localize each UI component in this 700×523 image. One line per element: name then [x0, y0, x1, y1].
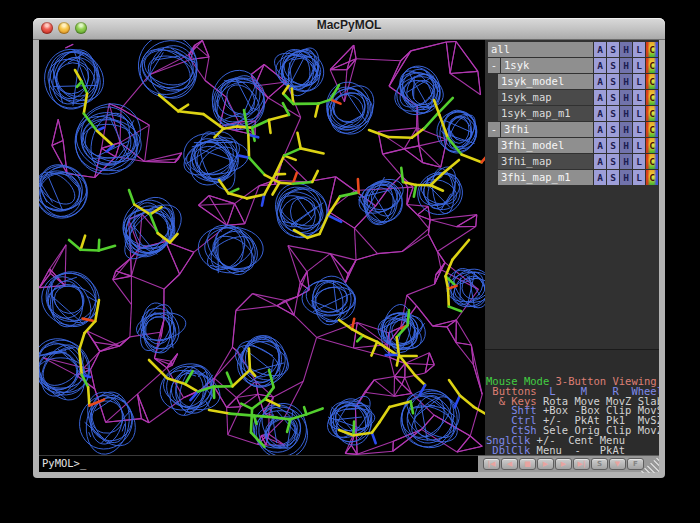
object-name[interactable]: all [488, 42, 593, 57]
object-button-S[interactable]: S [607, 106, 619, 121]
object-button-A[interactable]: A [594, 122, 606, 137]
object-row-1syk_map: 1syk_mapASHLC [488, 90, 658, 105]
object-button-A[interactable]: A [594, 90, 606, 105]
object-button-S[interactable]: S [607, 138, 619, 153]
object-button-L[interactable]: L [633, 58, 645, 73]
object-row-1syk_map_m1: 1syk_map_m1ASHLC [488, 106, 658, 121]
object-name[interactable]: 3fhi [501, 122, 593, 137]
object-button-H[interactable]: H [620, 90, 632, 105]
viewport-canvas[interactable] [39, 40, 485, 455]
text-line: DblClk Menu - PkAt [486, 446, 659, 455]
close-button[interactable] [41, 22, 53, 34]
object-button-L[interactable]: L [633, 138, 645, 153]
vcr-step-back[interactable]: ◀ [501, 458, 518, 470]
object-row-1syk: -1sykASHLC [488, 58, 658, 73]
vcr-stop[interactable]: ■ [519, 458, 536, 470]
vcr-play[interactable]: ▶ [537, 458, 554, 470]
object-button-H[interactable]: H [620, 106, 632, 121]
object-button-L[interactable]: L [633, 106, 645, 121]
object-button-A[interactable]: A [594, 138, 606, 153]
object-name[interactable]: 1syk [501, 58, 593, 73]
vcr-s-button[interactable]: S [591, 458, 608, 470]
object-button-L[interactable]: L [633, 170, 645, 185]
object-button-C[interactable]: C [646, 42, 658, 57]
minimize-button[interactable] [58, 22, 70, 34]
object-button-S[interactable]: S [607, 122, 619, 137]
object-button-A[interactable]: A [594, 74, 606, 89]
mouse-panel: Mouse Mode 3-Button Viewing Buttons L M … [485, 349, 659, 455]
object-button-H[interactable]: H [620, 138, 632, 153]
object-row-3fhi_model: 3fhi_modelASHLC [488, 138, 658, 153]
object-button-H[interactable]: H [620, 58, 632, 73]
object-button-S[interactable]: S [607, 170, 619, 185]
object-button-C[interactable]: C [646, 90, 658, 105]
collapse-toggle[interactable]: - [488, 58, 500, 73]
object-button-H[interactable]: H [620, 122, 632, 137]
object-button-S[interactable]: S [607, 74, 619, 89]
object-button-C[interactable]: C [646, 58, 658, 73]
object-name[interactable]: 3fhi_model [498, 138, 593, 153]
object-row-3fhi: -3fhiASHLC [488, 122, 658, 137]
object-button-S[interactable]: S [607, 154, 619, 169]
object-name[interactable]: 1syk_map_m1 [498, 106, 593, 121]
object-name[interactable]: 1syk_model [498, 74, 593, 89]
object-button-C[interactable]: C [646, 154, 658, 169]
traffic-lights [41, 22, 87, 34]
object-name[interactable]: 1syk_map [498, 90, 593, 105]
object-button-L[interactable]: L [633, 122, 645, 137]
object-button-S[interactable]: S [607, 90, 619, 105]
vcr-f-button[interactable]: F [627, 458, 644, 470]
object-button-H[interactable]: H [620, 74, 632, 89]
object-button-L[interactable]: L [633, 90, 645, 105]
window-frame: allASHLC-1sykASHLC1syk_modelASHLC1syk_ma… [33, 40, 665, 478]
object-button-H[interactable]: H [620, 42, 632, 57]
window-title: MacPyMOL [33, 18, 665, 32]
object-button-C[interactable]: C [646, 138, 658, 153]
prompt-text: PyMOL>_ [42, 457, 86, 469]
vcr-go-to-end[interactable]: ▶| [573, 458, 590, 470]
window-interior: allASHLC-1sykASHLC1syk_modelASHLC1syk_ma… [39, 40, 659, 472]
object-button-C[interactable]: C [646, 122, 658, 137]
object-name[interactable]: 3fhi_map [498, 154, 593, 169]
object-button-A[interactable]: A [594, 154, 606, 169]
object-button-L[interactable]: L [633, 74, 645, 89]
object-button-A[interactable]: A [594, 42, 606, 57]
object-rows: allASHLC-1sykASHLC1syk_modelASHLC1syk_ma… [485, 40, 659, 185]
vcr-go-to-start[interactable]: |◀ [483, 458, 500, 470]
mouse-matrix: Mouse Mode 3-Button Viewing Buttons L M … [486, 377, 659, 455]
object-row-3fhi_map_m1: 3fhi_map_m1ASHLC [488, 170, 658, 185]
object-button-A[interactable]: A [594, 170, 606, 185]
object-button-S[interactable]: S [607, 42, 619, 57]
object-button-C[interactable]: C [646, 170, 658, 185]
zoom-button[interactable] [75, 22, 87, 34]
macpymol-window: MacPyMOL allASHLC-1sykASHLC1syk_modelASH… [33, 18, 665, 478]
object-button-L[interactable]: L [633, 154, 645, 169]
internal-gui-panel: allASHLC-1sykASHLC1syk_modelASHLC1syk_ma… [485, 40, 659, 455]
collapse-toggle[interactable]: - [488, 122, 500, 137]
object-button-H[interactable]: H [620, 170, 632, 185]
title-bar[interactable]: MacPyMOL [33, 18, 665, 40]
object-button-A[interactable]: A [594, 58, 606, 73]
viewport [39, 40, 485, 455]
object-button-S[interactable]: S [607, 58, 619, 73]
vcr-bar: |◀◀■▶▶▶|S▼F [478, 455, 659, 472]
object-row-1syk_model: 1syk_modelASHLC [488, 74, 658, 89]
object-button-A[interactable]: A [594, 106, 606, 121]
object-button-L[interactable]: L [633, 42, 645, 57]
command-prompt[interactable]: PyMOL>_ [39, 455, 478, 472]
object-button-H[interactable]: H [620, 154, 632, 169]
object-row-all: allASHLC [488, 42, 658, 57]
object-button-C[interactable]: C [646, 106, 658, 121]
object-button-C[interactable]: C [646, 74, 658, 89]
vcr-menu-down[interactable]: ▼ [609, 458, 626, 470]
object-row-3fhi_map: 3fhi_mapASHLC [488, 154, 658, 169]
vcr-step-forward[interactable]: ▶ [555, 458, 572, 470]
object-name[interactable]: 3fhi_map_m1 [498, 170, 593, 185]
